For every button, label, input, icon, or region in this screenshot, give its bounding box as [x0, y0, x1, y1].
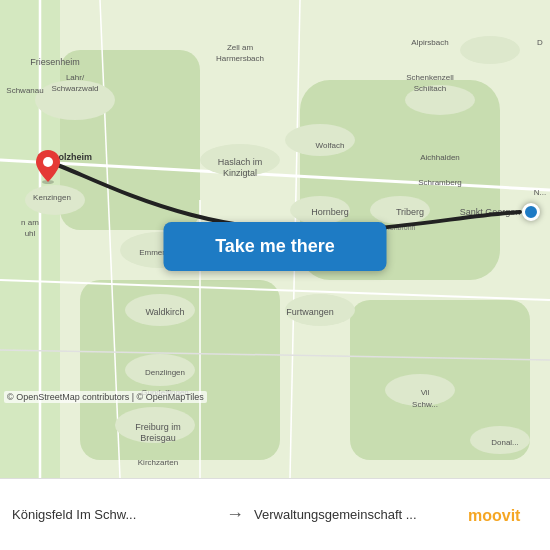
map-container[interactable]: Friesenheim Lahr/ Schwarzwald Zell am Ha… [0, 0, 550, 478]
svg-text:D: D [537, 38, 543, 47]
svg-text:Freiburg im: Freiburg im [135, 422, 181, 432]
svg-rect-1 [0, 0, 60, 478]
svg-text:Kenzingen: Kenzingen [33, 193, 71, 202]
svg-text:Alpirsbach: Alpirsbach [411, 38, 448, 47]
svg-text:N...: N... [534, 188, 546, 197]
arrow-icon: → [216, 504, 254, 525]
svg-text:Denzlingen: Denzlingen [145, 368, 185, 377]
svg-text:Schenkenzell: Schenkenzell [406, 73, 454, 82]
svg-text:Haslach im: Haslach im [218, 157, 263, 167]
svg-text:Breisgau: Breisgau [140, 433, 176, 443]
svg-text:Triberg: Triberg [396, 207, 424, 217]
svg-text:Sankt Georgen: Sankt Georgen [460, 207, 521, 217]
svg-text:Lahr/: Lahr/ [66, 73, 85, 82]
svg-point-21 [460, 36, 520, 64]
map-attribution: © OpenStreetMap contributors | © OpenMap… [0, 391, 550, 403]
moovit-logo: moovit [458, 501, 538, 529]
svg-text:Schwarzwald: Schwarzwald [51, 84, 98, 93]
svg-text:Harmersbach: Harmersbach [216, 54, 264, 63]
svg-text:n am: n am [21, 218, 39, 227]
svg-text:Schramberg: Schramberg [418, 178, 462, 187]
app: Friesenheim Lahr/ Schwarzwald Zell am Ha… [0, 0, 550, 550]
svg-text:Friesenheim: Friesenheim [30, 57, 80, 67]
svg-text:Kirchzarten: Kirchzarten [138, 458, 178, 467]
svg-text:moovit: moovit [468, 507, 521, 524]
svg-text:Hornberg: Hornberg [311, 207, 349, 217]
attribution-text: © OpenStreetMap contributors | © OpenMap… [4, 391, 207, 403]
destination-label: Verwaltungsgemeinschaft ... [254, 507, 458, 522]
svg-text:Wolfach: Wolfach [316, 141, 345, 150]
take-me-there-button[interactable]: Take me there [164, 222, 387, 271]
svg-text:Schiltach: Schiltach [414, 84, 446, 93]
svg-text:uhl: uhl [25, 229, 36, 238]
svg-text:Donal...: Donal... [491, 438, 519, 447]
svg-point-64 [43, 157, 53, 167]
svg-text:Zell am: Zell am [227, 43, 254, 52]
origin-label: Königsfeld Im Schw... [12, 507, 216, 522]
svg-text:Kinzigtal: Kinzigtal [223, 168, 257, 178]
origin-pin [34, 148, 62, 176]
destination-dot [522, 203, 540, 221]
svg-text:Waldkirch: Waldkirch [145, 307, 184, 317]
svg-text:Aichhalden: Aichhalden [420, 153, 460, 162]
bottom-bar: Königsfeld Im Schw... → Verwaltungsgemei… [0, 478, 550, 550]
svg-text:Schwanau: Schwanau [6, 86, 43, 95]
svg-point-23 [285, 124, 355, 156]
svg-text:Furtwangen: Furtwangen [286, 307, 334, 317]
